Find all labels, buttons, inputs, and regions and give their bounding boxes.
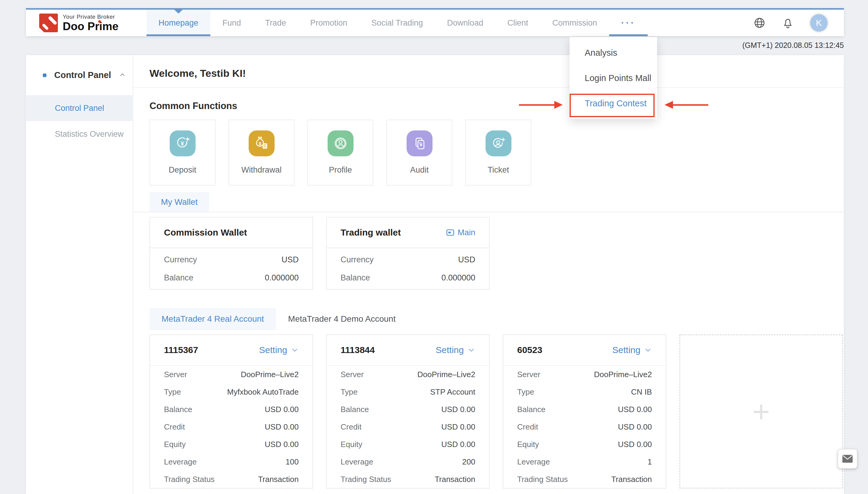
setting-dropdown-button[interactable]: Setting bbox=[259, 345, 299, 355]
account-row-credit: CreditUSD 0.00 bbox=[164, 418, 299, 436]
annotation-arrow-right-icon bbox=[519, 104, 555, 106]
server-timestamp: (GMT+1) 2020.08.05 13:12:45 bbox=[742, 41, 844, 50]
wallet-icon bbox=[446, 228, 455, 237]
account-row-trading-status: Trading StatusTransaction bbox=[164, 471, 299, 488]
account-row-balance: BalanceUSD 0.00 bbox=[340, 401, 475, 418]
menu-item-login-points-mall[interactable]: Login Points Mall bbox=[570, 65, 657, 91]
top-navigation-bar: Your Private Broker Doo Prime Homepage F… bbox=[26, 8, 844, 36]
account-row-server: ServerDooPrime–Live2 bbox=[164, 366, 299, 383]
commission-wallet-card: Commission Wallet Currency USD Balance 0… bbox=[149, 217, 313, 290]
blue-bullet-icon bbox=[43, 74, 47, 77]
nav-tab-fund[interactable]: Fund bbox=[210, 10, 253, 36]
account-card-1115367: 1115367 Setting ServerDooPrime–Live2 Typ… bbox=[149, 334, 313, 489]
nav-tab-more[interactable]: ··· bbox=[609, 10, 648, 36]
ticket-icon bbox=[485, 130, 512, 156]
account-cards-row: 1115367 Setting ServerDooPrime–Live2 Typ… bbox=[149, 334, 844, 489]
wallet-title: Trading wallet bbox=[340, 227, 401, 238]
nav-tab-commission[interactable]: Commission bbox=[540, 10, 609, 36]
account-row-equity: EquityUSD 0.00 bbox=[340, 436, 475, 453]
tab-mt4-demo-account[interactable]: MetaTrader 4 Demo Account bbox=[276, 308, 408, 330]
wallet-row-balance: Balance 0.000000 bbox=[340, 269, 475, 287]
nav-tab-download[interactable]: Download bbox=[435, 10, 495, 36]
divider bbox=[133, 87, 844, 88]
function-card-ticket[interactable]: Ticket bbox=[465, 119, 531, 186]
account-card-60523: 60523 Setting ServerDooPrime–Live2 TypeC… bbox=[503, 334, 666, 489]
divider bbox=[133, 212, 844, 212]
trading-wallet-card: Trading wallet Main Currency USD bbox=[326, 217, 490, 290]
function-card-profile[interactable]: Profile bbox=[308, 119, 373, 186]
account-row-equity: EquityUSD 0.00 bbox=[164, 436, 299, 453]
account-row-balance: BalanceUSD 0.00 bbox=[517, 401, 652, 418]
account-row-type: TypeCN IB bbox=[517, 383, 652, 401]
doo-prime-logo[interactable]: Your Private Broker Doo Prime bbox=[26, 10, 138, 36]
add-account-placeholder[interactable]: + bbox=[679, 334, 843, 489]
function-card-audit[interactable]: ¥ Audit bbox=[386, 119, 453, 186]
function-card-withdrawal[interactable]: $ Withdrawal bbox=[228, 119, 294, 186]
chevron-down-icon bbox=[291, 346, 299, 354]
wallet-row-currency: Currency USD bbox=[340, 251, 475, 269]
main-nav: Homepage Fund Trade Promotion Social Tra… bbox=[146, 10, 648, 36]
profile-icon bbox=[328, 130, 353, 156]
account-row-leverage: Leverage200 bbox=[340, 453, 475, 471]
main-wallet-link[interactable]: Main bbox=[446, 228, 475, 238]
account-tabs: MetaTrader 4 Real Account MetaTrader 4 D… bbox=[149, 308, 844, 330]
nav-tab-trade[interactable]: Trade bbox=[253, 10, 298, 36]
menu-item-analysis[interactable]: Analysis bbox=[570, 40, 657, 65]
account-row-credit: CreditUSD 0.00 bbox=[517, 418, 652, 436]
logo-tagline: Your Private Broker bbox=[63, 14, 118, 20]
account-row-server: ServerDooPrime–Live2 bbox=[517, 366, 652, 383]
contact-mail-button[interactable] bbox=[837, 449, 857, 469]
wallet-row-currency: Currency USD bbox=[164, 251, 299, 269]
account-row-equity: EquityUSD 0.00 bbox=[517, 436, 652, 453]
account-card-1113844: 1113844 Setting ServerDooPrime–Live2 Typ… bbox=[326, 334, 490, 489]
doo-prime-logo-icon bbox=[39, 14, 58, 32]
annotation-highlight-box bbox=[570, 94, 654, 117]
chevron-down-icon bbox=[467, 346, 475, 354]
wallet-cards-row: Commission Wallet Currency USD Balance 0… bbox=[149, 217, 844, 290]
wallet-title: Commission Wallet bbox=[164, 227, 247, 238]
page-body: Control Panel Control Panel Statistics O… bbox=[26, 55, 844, 494]
welcome-heading: Welcome, Testib KI! bbox=[149, 63, 844, 83]
sidebar-item-control-panel[interactable]: Control Panel bbox=[26, 95, 133, 121]
language-globe-icon[interactable] bbox=[754, 17, 765, 29]
sidebar-item-statistics-overview[interactable]: Statistics Overview bbox=[26, 121, 133, 147]
common-functions-title: Common Functions bbox=[149, 97, 844, 115]
notification-bell-icon[interactable] bbox=[782, 17, 794, 29]
main-content: Welcome, Testib KI! Common Functions ¥ D… bbox=[133, 55, 844, 494]
account-row-leverage: Leverage100 bbox=[164, 453, 299, 471]
account-number: 1113844 bbox=[340, 345, 375, 355]
tab-my-wallet[interactable]: My Wallet bbox=[149, 192, 209, 212]
annotation-arrow-left-icon bbox=[673, 104, 708, 106]
account-row-server: ServerDooPrime–Live2 bbox=[340, 366, 475, 383]
audit-icon: ¥ bbox=[407, 130, 432, 156]
account-number: 1115367 bbox=[164, 345, 198, 355]
svg-text:¥: ¥ bbox=[181, 140, 184, 147]
chevron-up-icon bbox=[119, 71, 126, 79]
account-row-trading-status: Trading StatusTransaction bbox=[340, 471, 475, 488]
sidebar: Control Panel Control Panel Statistics O… bbox=[26, 55, 133, 494]
svg-text:$: $ bbox=[259, 141, 261, 146]
nav-tab-homepage[interactable]: Homepage bbox=[146, 10, 210, 36]
nav-tab-client[interactable]: Client bbox=[495, 10, 540, 36]
envelope-icon bbox=[842, 455, 853, 463]
function-card-deposit[interactable]: ¥ Deposit bbox=[149, 119, 216, 186]
setting-dropdown-button[interactable]: Setting bbox=[436, 345, 475, 355]
logo-brand: Doo Prime bbox=[63, 21, 118, 32]
active-tab-caret-icon bbox=[174, 10, 183, 14]
common-functions-row: ¥ Deposit $ Withdrawal bbox=[149, 119, 844, 186]
withdrawal-icon: $ bbox=[248, 130, 275, 156]
tab-mt4-real-account[interactable]: MetaTrader 4 Real Account bbox=[149, 308, 276, 330]
nav-tab-social-trading[interactable]: Social Trading bbox=[359, 10, 435, 36]
account-row-leverage: Leverage1 bbox=[517, 453, 652, 471]
plus-icon: + bbox=[752, 396, 770, 426]
nav-tab-promotion[interactable]: Promotion bbox=[298, 10, 359, 36]
account-row-type: TypeMyfxbook AutoTrade bbox=[164, 383, 299, 401]
account-row-balance: BalanceUSD 0.00 bbox=[164, 401, 299, 418]
user-avatar[interactable]: K bbox=[810, 14, 828, 32]
sidebar-group-control-panel[interactable]: Control Panel bbox=[26, 55, 133, 95]
account-row-credit: CreditUSD 0.00 bbox=[340, 418, 475, 436]
setting-dropdown-button[interactable]: Setting bbox=[612, 345, 652, 355]
account-row-type: TypeSTP Account bbox=[340, 383, 475, 401]
account-row-trading-status: Trading StatusTransaction bbox=[517, 471, 652, 488]
account-number: 60523 bbox=[517, 345, 542, 355]
